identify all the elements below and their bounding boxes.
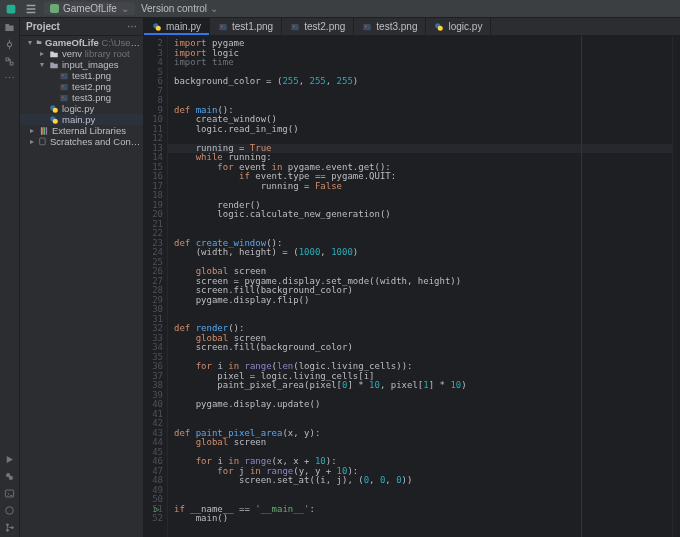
tool-window-rail: ⋯ (0, 18, 20, 537)
img-icon (59, 71, 69, 81)
tree-item-label: Scratches and Consoles (50, 136, 141, 147)
main-menu-icon[interactable] (24, 2, 38, 16)
tab-label: test2.png (304, 21, 345, 32)
project-name: GameOfLife (63, 3, 117, 14)
python-file-icon (152, 22, 162, 32)
tree-item-label: External Libraries (52, 125, 126, 136)
lib-icon (39, 126, 49, 136)
tree-input-images[interactable]: ▾ input_images (20, 59, 143, 70)
commit-tool-button[interactable] (4, 39, 15, 50)
tree-test3-png[interactable]: test3.png (20, 92, 143, 103)
tab-label: main.py (166, 21, 201, 32)
pkg-icon (49, 49, 59, 59)
code-content[interactable]: import pygame import logic import time b… (168, 36, 672, 537)
tree-arrow-icon[interactable]: ▾ (38, 60, 46, 69)
tree-item-label: logic.py (62, 103, 94, 114)
fold-icon (36, 38, 42, 48)
line-number[interactable]: 52 (144, 514, 163, 524)
project-chip[interactable]: GameOfLife ⌄ (44, 2, 135, 15)
svg-point-19 (53, 118, 58, 123)
chevron-down-icon: ⌄ (121, 3, 129, 14)
project-panel-title: Project (26, 21, 60, 32)
vcs-tool-button[interactable] (4, 522, 15, 533)
svg-point-8 (6, 529, 9, 532)
editor-tab-logic-py[interactable]: logic.py (426, 18, 491, 35)
tab-label: test3.png (376, 21, 417, 32)
tree-venv[interactable]: ▸ venv library root (20, 48, 143, 59)
svg-rect-22 (46, 127, 47, 135)
app-icon[interactable] (4, 2, 18, 16)
tree-root[interactable]: ▾ GameOfLife C:\Users\John\Pycharm (20, 37, 143, 48)
svg-point-29 (293, 25, 295, 27)
tree-item-label: main.py (62, 114, 95, 125)
svg-rect-23 (40, 138, 46, 145)
svg-point-27 (221, 25, 223, 27)
svg-point-9 (11, 526, 14, 529)
img-icon (59, 82, 69, 92)
project-panel-options-icon[interactable]: ⋯ (127, 21, 137, 32)
editor-tabs: main.py test1.png test2.png test3.png lo… (144, 18, 680, 36)
line-number[interactable]: ▷51 (144, 505, 163, 515)
tab-label: test1.png (232, 21, 273, 32)
code-editor[interactable]: 2345678910111213141516171819202122232425… (144, 36, 680, 537)
svg-rect-20 (41, 127, 43, 135)
tree-scratches[interactable]: ▸ Scratches and Consoles (20, 136, 143, 147)
project-color-icon (50, 4, 59, 13)
tree-arrow-icon[interactable]: ▾ (28, 38, 33, 47)
img-icon (59, 93, 69, 103)
fold-icon (49, 60, 59, 70)
tree-item-label: test3.png (72, 92, 111, 103)
scratch-icon (38, 137, 47, 147)
tree-test1-png[interactable]: test1.png (20, 70, 143, 81)
project-panel-header[interactable]: Project ⋯ (20, 18, 143, 36)
terminal-tool-button[interactable] (4, 488, 15, 499)
error-stripe[interactable] (672, 36, 680, 537)
py-icon (49, 104, 59, 114)
svg-point-2 (7, 42, 11, 46)
vcs-widget[interactable]: Version control ⌄ (141, 3, 218, 14)
tree-item-label: input_images (62, 59, 119, 70)
image-file-icon (290, 22, 300, 32)
svg-point-11 (62, 74, 64, 76)
right-margin-guide (581, 36, 582, 537)
tree-main-py[interactable]: main.py (20, 114, 143, 125)
svg-point-33 (438, 25, 443, 30)
svg-point-25 (156, 25, 161, 30)
svg-point-6 (6, 507, 14, 515)
svg-point-17 (53, 107, 58, 112)
problems-tool-button[interactable] (4, 505, 15, 516)
tree-arrow-icon[interactable]: ▸ (38, 49, 46, 58)
vcs-label: Version control (141, 3, 207, 14)
structure-tool-button[interactable] (4, 56, 15, 67)
tree-item-label: test2.png (72, 81, 111, 92)
tree-external-libraries[interactable]: ▸ External Libraries (20, 125, 143, 136)
tree-arrow-icon[interactable]: ▸ (28, 126, 36, 135)
svg-point-13 (62, 85, 64, 87)
tree-item-label: GameOfLife C:\Users\John\Pycharm (45, 37, 141, 48)
svg-rect-1 (7, 4, 16, 13)
editor-tab-test3-png[interactable]: test3.png (354, 18, 426, 35)
more-tool-button[interactable]: ⋯ (4, 73, 15, 84)
title-bar: GameOfLife ⌄ Version control ⌄ (0, 0, 680, 18)
tree-test2-png[interactable]: test2.png (20, 81, 143, 92)
tree-logic-py[interactable]: logic.py (20, 103, 143, 114)
py-icon (49, 115, 59, 125)
svg-point-4 (9, 476, 13, 480)
project-tree[interactable]: ▾ GameOfLife C:\Users\John\Pycharm ▸ ven… (20, 36, 143, 148)
image-file-icon (362, 22, 372, 32)
tree-item-label: venv library root (62, 48, 130, 59)
python-console-button[interactable] (4, 471, 15, 482)
editor-tab-test2-png[interactable]: test2.png (282, 18, 354, 35)
chevron-down-icon: ⌄ (210, 3, 218, 14)
editor-gutter[interactable]: 2345678910111213141516171819202122232425… (144, 36, 168, 537)
svg-point-31 (365, 25, 367, 27)
editor-tab-main-py[interactable]: main.py (144, 18, 210, 35)
editor-tab-test1-png[interactable]: test1.png (210, 18, 282, 35)
run-gutter-icon[interactable]: ▷ (152, 505, 175, 515)
run-tool-button[interactable] (4, 454, 15, 465)
project-tool-button[interactable] (4, 22, 15, 33)
python-file-icon (434, 22, 444, 32)
svg-rect-21 (43, 127, 45, 135)
tree-arrow-icon[interactable]: ▸ (28, 137, 35, 146)
editor-area: main.py test1.png test2.png test3.png lo… (144, 18, 680, 537)
